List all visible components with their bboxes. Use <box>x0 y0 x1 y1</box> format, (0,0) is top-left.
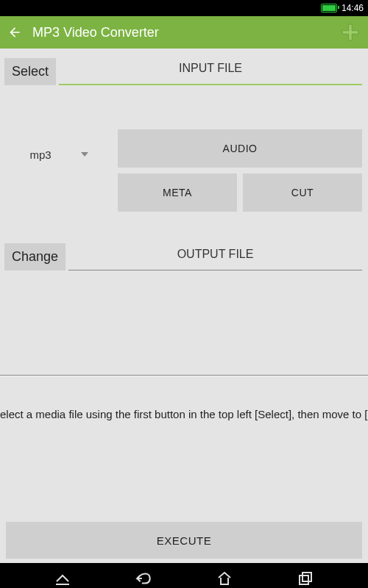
action-button-grid: AUDIO META CUT <box>118 129 362 212</box>
svg-rect-0 <box>300 576 308 584</box>
change-button[interactable]: Change <box>4 243 66 270</box>
app-bar: MP3 Video Converter <box>0 16 368 49</box>
app-title: MP3 Video Converter <box>32 25 159 40</box>
nav-home-icon[interactable] <box>215 569 234 588</box>
output-file-row: Change OUTPUT FILE <box>0 240 368 270</box>
nav-recent-up-icon[interactable] <box>53 569 72 588</box>
divider <box>0 375 368 376</box>
status-bar: 14:46 <box>0 0 368 16</box>
select-button[interactable]: Select <box>4 58 56 85</box>
format-dropdown[interactable]: mp3 <box>0 137 118 172</box>
format-value: mp3 <box>29 148 51 161</box>
input-file-header: INPUT FILE <box>59 54 362 85</box>
status-time: 14:46 <box>342 3 364 13</box>
content-area: Select INPUT FILE mp3 AUDIO META CUT Cha… <box>0 54 368 563</box>
back-arrow-icon[interactable] <box>7 25 22 40</box>
add-button[interactable] <box>340 22 361 43</box>
meta-button[interactable]: META <box>118 173 237 212</box>
execute-button[interactable]: EXECUTE <box>6 522 362 559</box>
nav-recents-icon[interactable] <box>296 569 315 588</box>
audio-button[interactable]: AUDIO <box>118 129 362 168</box>
options-block: mp3 AUDIO META CUT <box>0 129 368 212</box>
input-file-row: Select INPUT FILE <box>0 54 368 85</box>
output-file-header: OUTPUT FILE <box>68 240 362 270</box>
cut-button[interactable]: CUT <box>243 173 362 212</box>
nav-back-icon[interactable] <box>134 569 153 588</box>
svg-rect-1 <box>302 573 311 581</box>
battery-icon <box>321 4 337 12</box>
instruction-text: elect a media file using the first butto… <box>0 408 368 420</box>
chevron-down-icon <box>81 152 88 157</box>
system-nav-bar <box>0 563 368 588</box>
